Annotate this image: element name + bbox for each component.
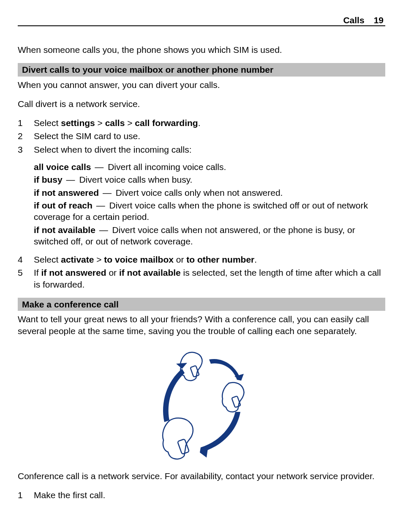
step-text: Select settings > calls > call forwardin…	[34, 117, 385, 129]
step-number: 4	[18, 254, 34, 265]
option-term: if out of reach	[34, 200, 93, 210]
bold-if-not-available: if not available	[119, 268, 181, 277]
conference-steps: 1 Make the first call.	[18, 489, 385, 501]
dash: —	[103, 188, 112, 197]
divert-options: all voice calls — Divert all incoming vo…	[34, 161, 385, 247]
conference-call-icon	[147, 344, 256, 463]
divert-para-2: Call divert is a network service.	[18, 98, 385, 110]
divert-para-1: When you cannot answer, you can divert y…	[18, 79, 385, 90]
divert-step-5: 5 If if not answered or if not available…	[18, 267, 385, 290]
option-if-not-available: if not available — Divert voice calls wh…	[34, 224, 385, 247]
option-desc: Divert all incoming voice calls.	[108, 162, 226, 172]
option-if-busy: if busy — Divert voice calls when busy.	[34, 174, 385, 185]
step-number: 2	[18, 130, 34, 142]
conference-para-1: Want to tell your great news to all your…	[18, 313, 385, 337]
option-desc: Divert voice calls only when not answere…	[116, 188, 283, 197]
section-heading-conference: Make a conference call	[18, 298, 385, 311]
text: Select	[34, 118, 61, 128]
svg-marker-5	[176, 363, 187, 369]
divert-step-4: 4 Select activate > to voice mailbox or …	[18, 254, 385, 265]
divert-steps: 1 Select settings > calls > call forward…	[18, 117, 385, 155]
bold-calls: calls	[105, 118, 125, 128]
header-page-number: 19	[374, 15, 384, 25]
option-term: if not answered	[34, 188, 99, 197]
text: >	[95, 118, 105, 128]
option-if-out-of-reach: if out of reach — Divert voice calls whe…	[34, 200, 385, 223]
step-number: 1	[18, 117, 34, 129]
bold-call-forwarding: call forwarding	[135, 118, 198, 128]
option-term: all voice calls	[34, 162, 91, 172]
text: or	[174, 255, 186, 264]
divert-steps-cont: 4 Select activate > to voice mailbox or …	[18, 254, 385, 290]
option-term: if not available	[34, 225, 95, 235]
bold-activate: activate	[61, 255, 94, 264]
step-number: 1	[18, 489, 34, 501]
text: .	[198, 118, 201, 128]
step-text: Select when to divert the incoming calls…	[34, 144, 385, 155]
bold-if-not-answered: if not answered	[41, 268, 106, 277]
option-all-voice-calls: all voice calls — Divert all incoming vo…	[34, 161, 385, 173]
text: .	[254, 255, 257, 264]
text: Select	[34, 255, 61, 264]
text: or	[106, 268, 119, 277]
svg-rect-0	[190, 365, 199, 377]
bold-to-other-number: to other number	[186, 255, 254, 264]
dash: —	[99, 225, 108, 235]
dash: —	[96, 200, 105, 210]
text: >	[125, 118, 135, 128]
text: >	[94, 255, 104, 264]
section-heading-divert: Divert calls to your voice mailbox or an…	[18, 63, 385, 76]
svg-rect-1	[231, 396, 240, 407]
divert-step-1: 1 Select settings > calls > call forward…	[18, 117, 385, 129]
option-if-not-answered: if not answered — Divert voice calls onl…	[34, 187, 385, 198]
page-header: Calls 19	[18, 15, 385, 26]
divert-step-2: 2 Select the SIM card to use.	[18, 130, 385, 142]
text: If	[34, 268, 41, 277]
conference-para-2: Conference call is a network service. Fo…	[18, 470, 385, 482]
step-text: Select activate > to voice mailbox or to…	[34, 254, 385, 265]
header-section-title: Calls	[343, 15, 364, 25]
dash: —	[66, 175, 75, 184]
step-number: 5	[18, 267, 34, 290]
conference-step-1: 1 Make the first call.	[18, 489, 385, 501]
divert-step-3: 3 Select when to divert the incoming cal…	[18, 144, 385, 155]
step-text: Select the SIM card to use.	[34, 130, 385, 142]
option-desc: Divert voice calls when busy.	[79, 175, 192, 184]
step-text: If if not answered or if not available i…	[34, 267, 385, 290]
page-body: When someone calls you, the phone shows …	[18, 44, 385, 501]
option-term: if busy	[34, 175, 63, 184]
step-number: 3	[18, 144, 34, 155]
page: Calls 19 When someone calls you, the pho…	[0, 0, 403, 532]
bold-settings: settings	[61, 118, 95, 128]
step-text: Make the first call.	[34, 489, 385, 501]
bold-to-voice-mailbox: to voice mailbox	[104, 255, 174, 264]
dash: —	[95, 162, 103, 172]
intro-paragraph: When someone calls you, the phone shows …	[18, 44, 385, 55]
conference-call-illustration	[18, 344, 385, 463]
